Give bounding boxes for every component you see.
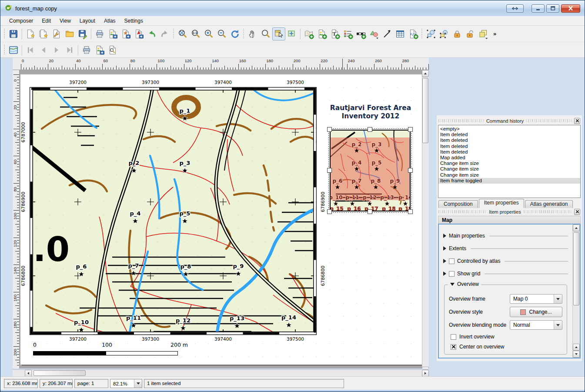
- menu-settings[interactable]: Settings: [120, 17, 147, 25]
- pan-button[interactable]: [246, 27, 259, 40]
- zoom-in-button[interactable]: [202, 27, 215, 40]
- invert-overview-checkbox[interactable]: [451, 334, 456, 340]
- history-item[interactable]: Change item size: [438, 161, 580, 166]
- toolbar-drag-handle[interactable]: [3, 29, 6, 39]
- section-main-properties[interactable]: Main properties: [441, 231, 571, 241]
- zoom-full-button[interactable]: [176, 27, 189, 40]
- selection-handle[interactable]: [327, 127, 332, 132]
- command-history-close-icon[interactable]: [574, 118, 580, 124]
- tab-composition[interactable]: Composition: [438, 200, 478, 208]
- undo-button[interactable]: [145, 27, 158, 40]
- window-maximize-button[interactable]: [546, 4, 559, 13]
- selection-handle[interactable]: [368, 209, 372, 214]
- center-on-overview-checkbox[interactable]: [451, 344, 456, 350]
- composition-paper[interactable]: .0 p_1p_2p_3p_4p_5p_6p_7p_8p_9p_10p_11p_…: [20, 74, 425, 365]
- duplicate-composition-button[interactable]: [37, 27, 50, 40]
- redo-button[interactable]: [158, 27, 171, 40]
- composition-manager-button[interactable]: [50, 27, 63, 40]
- history-item[interactable]: Item deleted: [438, 149, 580, 155]
- add-shape-button[interactable]: [368, 27, 381, 40]
- history-item[interactable]: Map added: [438, 155, 580, 161]
- add-scalebar-button[interactable]: [354, 27, 368, 40]
- selection-handle[interactable]: [327, 168, 332, 173]
- section-controlled-by-atlas[interactable]: Controlled by atlas: [441, 256, 571, 266]
- next-feature-button[interactable]: [50, 44, 63, 57]
- group-items-button[interactable]: [425, 27, 438, 40]
- selection-handle[interactable]: [408, 168, 413, 173]
- window-close-button[interactable]: [561, 4, 580, 13]
- scalebar-item[interactable]: 0100200 m: [33, 342, 207, 359]
- section-overview[interactable]: Overview: [448, 281, 481, 287]
- menu-composer[interactable]: Composer: [5, 17, 37, 25]
- controlled-by-atlas-checkbox[interactable]: [449, 258, 455, 264]
- export-as-pdf-button[interactable]: [132, 27, 145, 40]
- add-new-map-button[interactable]: [302, 27, 315, 40]
- add-arrow-button[interactable]: [381, 27, 394, 40]
- menu-view[interactable]: View: [55, 17, 75, 25]
- lock-selected-items-button[interactable]: [451, 27, 464, 40]
- save-as-template-button[interactable]: [76, 27, 89, 40]
- zoom-level-combo[interactable]: 82.1%: [110, 379, 142, 388]
- toolbar-drag-handle[interactable]: [172, 29, 175, 39]
- selection-handle[interactable]: [408, 209, 413, 214]
- overview-style-change-button[interactable]: Change...: [510, 307, 562, 317]
- load-from-template-button[interactable]: [63, 27, 76, 40]
- previous-feature-button[interactable]: [37, 44, 50, 57]
- refresh-view-button[interactable]: [228, 27, 241, 40]
- add-legend-button[interactable]: [341, 27, 354, 40]
- properties-scrollbar[interactable]: [572, 224, 580, 358]
- section-extents[interactable]: Extents: [441, 244, 571, 253]
- section-show-grid[interactable]: Show grid: [441, 269, 571, 278]
- menu-layout[interactable]: Layout: [75, 17, 100, 25]
- menu-atlas[interactable]: Atlas: [100, 17, 120, 25]
- overview-frame-combo[interactable]: Map 0: [510, 294, 562, 304]
- unlock-all-items-button[interactable]: [464, 27, 477, 40]
- save-project-button[interactable]: [7, 27, 20, 40]
- toolbar-drag-handle[interactable]: [421, 29, 424, 39]
- move-item-content-button[interactable]: [285, 27, 298, 40]
- canvas-vertical-scrollbar[interactable]: [422, 70, 429, 369]
- history-item[interactable]: Item frame toggled: [438, 178, 580, 184]
- show-grid-checkbox[interactable]: [449, 271, 455, 277]
- first-feature-button[interactable]: [24, 44, 37, 57]
- selection-handle[interactable]: [327, 209, 332, 214]
- composer-canvas[interactable]: .0 p_1p_2p_3p_4p_5p_6p_7p_8p_9p_10p_11p_…: [20, 70, 429, 369]
- history-item[interactable]: Change item size: [438, 172, 580, 178]
- overview-map-item[interactable]: p_2p_3p_4p_5p_6p_7p_8p_9p_10p_11p_12p_13…: [330, 130, 411, 211]
- select-move-item-button[interactable]: [272, 27, 285, 40]
- preview-atlas-button[interactable]: [7, 44, 20, 57]
- command-history-list[interactable]: <empty>Item deletedItem deletedItem dele…: [438, 125, 581, 198]
- scroll-left-button[interactable]: [25, 370, 32, 377]
- scroll-up-button-2[interactable]: [573, 344, 580, 351]
- map-title-item[interactable]: Rautjarvi Forest Area Inventory 2012: [308, 104, 429, 121]
- history-item[interactable]: <empty>: [438, 126, 580, 132]
- properties-scroll-thumb[interactable]: [573, 232, 579, 305]
- export-as-image-button[interactable]: [106, 27, 119, 40]
- raise-selected-items-button[interactable]: [477, 27, 490, 40]
- atlas-settings-button[interactable]: [106, 44, 119, 57]
- selection-handle[interactable]: [368, 127, 372, 132]
- vertical-scroll-thumb[interactable]: [422, 78, 428, 143]
- scroll-down-button[interactable]: [573, 351, 580, 358]
- selection-handle[interactable]: [408, 127, 413, 132]
- history-item[interactable]: Change item size: [438, 166, 580, 172]
- scroll-up-button-2[interactable]: [422, 367, 429, 369]
- window-dock-button[interactable]: [506, 4, 524, 13]
- zoom-actual-size-button[interactable]: 1:1: [189, 27, 202, 40]
- tab-atlas-generation[interactable]: Atlas generation: [525, 200, 573, 208]
- invert-overview-row[interactable]: Invert overview: [449, 334, 562, 340]
- add-image-button[interactable]: [315, 27, 328, 40]
- scroll-right-button[interactable]: [422, 370, 429, 377]
- horizontal-scroll-thumb[interactable]: [33, 370, 86, 376]
- item-properties-close-icon[interactable]: [574, 209, 580, 215]
- ungroup-items-button[interactable]: [438, 27, 451, 40]
- add-html-frame-button[interactable]: [407, 27, 420, 40]
- export-as-svg-button[interactable]: [119, 27, 132, 40]
- history-item[interactable]: Item deleted: [438, 132, 580, 137]
- toolbar-drag-handle[interactable]: [242, 29, 245, 39]
- window-minimize-button[interactable]: [532, 4, 545, 13]
- center-on-overview-row[interactable]: Center on overview: [449, 344, 562, 350]
- history-item[interactable]: Item deleted: [438, 144, 580, 149]
- toolbar-overflow-icon[interactable]: »: [491, 30, 499, 37]
- scroll-up-button[interactable]: [422, 70, 429, 77]
